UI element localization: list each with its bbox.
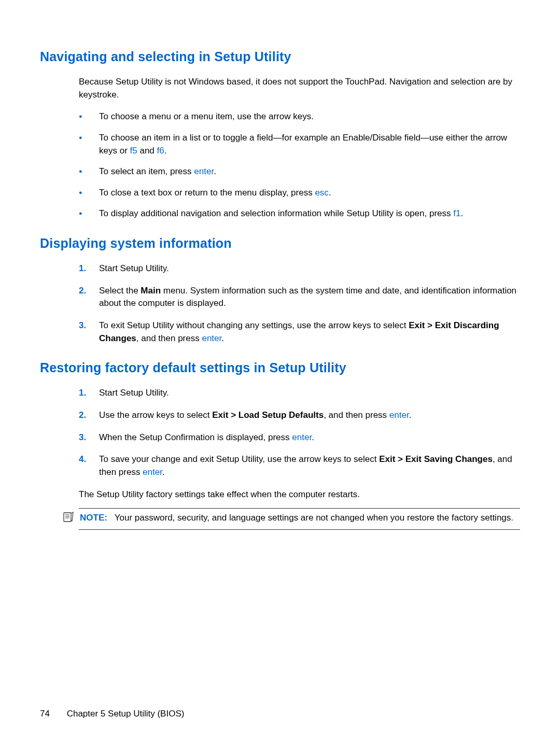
note-content: NOTE: Your password, security, and langu… [79,512,520,526]
text: When the Setup Confirmation is displayed… [99,432,292,442]
page-number: 74 [40,709,50,719]
list-item: 2. Use the arrow keys to select Exit > L… [79,409,520,422]
text [107,513,115,523]
text: . [409,410,412,420]
key-f6: f6 [157,146,164,156]
text: . [214,166,216,176]
key-f1: f1 [453,208,460,218]
text: , and then press [324,410,389,420]
step-number: 1. [79,387,86,400]
chapter-label: Chapter 5 Setup Utility (BIOS) [67,709,185,719]
bold-text: Main [141,286,161,296]
text: . [164,146,167,156]
text: . [329,188,331,198]
text: . [162,467,165,477]
heading-displaying: Displaying system information [40,236,520,251]
key-f5: f5 [130,146,137,156]
list-item: 4. To save your change and exit Setup Ut… [79,453,520,479]
section3-steps: 1. Start Setup Utility. 2. Use the arrow… [79,387,520,479]
text: To select an item, press [99,166,194,176]
list-item: To display additional navigation and sel… [79,207,520,220]
text: and [137,146,157,156]
step-number: 2. [79,409,86,422]
note-label: NOTE: [80,513,107,523]
text: To display additional navigation and sel… [99,208,453,218]
bold-text: Exit > Load Setup Defaults [212,410,324,420]
text: Start Setup Utility. [99,263,169,273]
list-item: 1. Start Setup Utility. [79,262,520,275]
text: . [460,208,463,218]
text: To close a text box or return to the men… [99,188,315,198]
section1-intro: Because Setup Utility is not Windows bas… [79,76,520,101]
list-item: 3. When the Setup Confirmation is displa… [79,431,520,444]
note-text: Your password, security, and language se… [115,513,513,523]
page-footer: 74 Chapter 5 Setup Utility (BIOS) [40,709,184,719]
key-esc: esc [315,188,328,198]
text: Start Setup Utility. [99,388,169,398]
step-number: 3. [79,319,86,332]
text: Select the [99,286,141,296]
heading-navigating: Navigating and selecting in Setup Utilit… [40,49,520,64]
step-number: 4. [79,453,86,466]
heading-restoring: Restoring factory default settings in Se… [40,360,520,375]
text: Use the arrow keys to select [99,410,212,420]
svg-rect-0 [64,513,71,522]
list-item: 2. Select the Main menu. System informat… [79,285,520,310]
list-item: To choose an item in a list or to toggle… [79,132,520,157]
key-enter: enter [292,432,312,442]
list-item: 3. To exit Setup Utility without changin… [79,319,520,345]
text: menu. System information such as the sys… [99,286,516,308]
step-number: 3. [79,431,86,444]
list-item: To select an item, press enter. [79,165,520,178]
key-enter: enter [202,333,221,343]
text: , and then press [136,333,202,343]
text: To save your change and exit Setup Utili… [99,454,379,464]
key-enter: enter [143,467,162,477]
step-number: 1. [79,262,86,275]
text: . [312,432,314,442]
bold-text: Exit > Exit Saving Changes [379,454,493,464]
list-item: To close a text box or return to the men… [79,187,520,200]
key-enter: enter [194,166,214,176]
step-number: 2. [79,285,86,298]
text: To exit Setup Utility without changing a… [99,320,409,330]
text: . [221,333,224,343]
key-enter: enter [389,410,409,420]
note-box: NOTE: Your password, security, and langu… [79,508,520,530]
list-item: 1. Start Setup Utility. [79,387,520,400]
section3-after: The Setup Utility factory settings take … [79,488,520,501]
section1-bullets: To choose a menu or a menu item, use the… [79,110,520,220]
list-item: To choose a menu or a menu item, use the… [79,110,520,123]
section2-steps: 1. Start Setup Utility. 2. Select the Ma… [79,262,520,345]
